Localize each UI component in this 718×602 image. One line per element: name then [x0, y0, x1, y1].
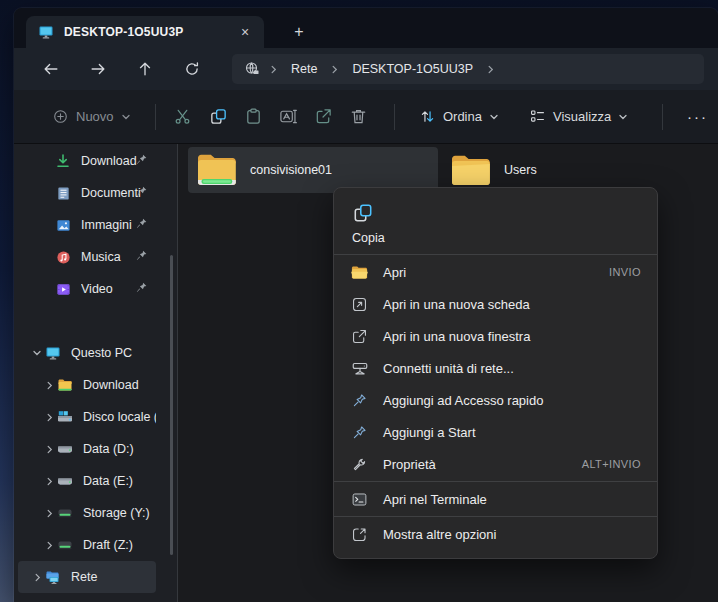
sidebar-item-data-e[interactable]: Data (E:): [18, 465, 156, 497]
paste-button[interactable]: [240, 100, 267, 134]
file-name: Users: [504, 163, 537, 177]
pin-icon: [350, 423, 369, 442]
toolbar-divider: [155, 104, 156, 130]
new-window-icon: [350, 327, 369, 346]
menu-item-label: Mostra altre opzioni: [383, 527, 627, 542]
context-quick-actions: Copia: [334, 188, 657, 253]
view-dropdown[interactable]: Visualizza: [519, 102, 638, 131]
terminal-icon: [350, 490, 369, 509]
chevron-right-icon[interactable]: [42, 413, 56, 422]
breadcrumb-desktop[interactable]: DESKTOP-1O5UU3P: [348, 60, 477, 78]
more-options-button[interactable]: ···: [677, 104, 718, 129]
sidebar-item-label: Draft (Z:): [83, 538, 156, 552]
shared-folder-icon: [196, 152, 238, 188]
cut-button[interactable]: [169, 100, 196, 134]
menu-item-label: Apri in una nuova scheda: [383, 297, 627, 312]
forward-button[interactable]: [81, 54, 115, 84]
back-button[interactable]: [34, 54, 68, 84]
sidebar-item-label: Download: [83, 378, 156, 392]
toolbar-divider: [662, 104, 663, 130]
new-tab-icon: [350, 295, 369, 314]
sort-label: Ordina: [443, 109, 482, 124]
chevron-right-icon[interactable]: [30, 573, 44, 582]
sidebar-item-documenti[interactable]: Documenti: [18, 177, 156, 209]
menu-item-proprieta[interactable]: Proprietà ALT+INVIO: [334, 448, 657, 480]
sidebar-item-rete[interactable]: Rete: [18, 561, 156, 593]
document-icon: [54, 184, 72, 202]
menu-item-shortcut: INVIO: [609, 266, 641, 278]
address-bar[interactable]: Rete DESKTOP-1O5UU3P: [232, 54, 704, 84]
menu-item-label: Apri in una nuova finestra: [383, 329, 627, 344]
copy-quick-action[interactable]: [352, 200, 378, 226]
chevron-right-icon[interactable]: [42, 541, 56, 550]
network-location-icon: [244, 61, 260, 77]
menu-item-aggiungi-accesso-rapido[interactable]: Aggiungi ad Accesso rapido: [334, 384, 657, 416]
sidebar-item-download-tree[interactable]: Download: [18, 369, 156, 401]
delete-button[interactable]: [345, 100, 372, 134]
breadcrumb-chevron-icon: [269, 65, 278, 74]
menu-item-shortcut: ALT+INVIO: [582, 458, 641, 470]
chevron-right-icon[interactable]: [42, 381, 56, 390]
menu-item-label: Proprietà: [383, 457, 568, 472]
menu-item-label: Aggiungi ad Accesso rapido: [383, 393, 627, 408]
menu-item-label: Connetti unità di rete...: [383, 361, 627, 376]
folder-icon: [56, 376, 74, 394]
map-network-drive-icon: [350, 359, 369, 378]
picture-icon: [54, 216, 72, 234]
copy-button[interactable]: [204, 100, 231, 134]
title-bar: DESKTOP-1O5UU3P × +: [14, 8, 718, 48]
menu-item-label: Apri: [383, 265, 595, 280]
music-icon: [54, 248, 72, 266]
chevron-right-icon[interactable]: [42, 445, 56, 454]
refresh-button[interactable]: [175, 54, 209, 84]
sidebar-item-data-d[interactable]: Data (D:): [18, 433, 156, 465]
sidebar-item-disco-locale[interactable]: Disco locale (C: [18, 401, 156, 433]
menu-separator: [334, 254, 657, 255]
open-folder-icon: [350, 263, 369, 282]
chevron-down-icon[interactable]: [30, 348, 44, 358]
breadcrumb-rete[interactable]: Rete: [287, 60, 321, 78]
pin-icon: [350, 391, 369, 410]
pin-icon: [135, 249, 150, 264]
menu-item-connetti-unita-rete[interactable]: Connetti unità di rete...: [334, 352, 657, 384]
sidebar-item-questo-pc[interactable]: Questo PC: [18, 337, 156, 369]
sidebar-scrollbar[interactable]: [170, 255, 173, 555]
sidebar-item-download-pinned[interactable]: Download: [18, 145, 156, 177]
tab-title: DESKTOP-1O5UU3P: [64, 25, 234, 39]
computer-icon: [38, 24, 54, 40]
sidebar-item-storage-y[interactable]: Storage (Y:): [18, 497, 156, 529]
menu-separator: [334, 516, 657, 517]
sidebar-item-immagini[interactable]: Immagini: [18, 209, 156, 241]
sidebar-item-video[interactable]: Video: [18, 273, 156, 305]
up-button[interactable]: [128, 54, 162, 84]
chevron-right-icon[interactable]: [42, 477, 56, 486]
rename-button[interactable]: [275, 100, 302, 134]
menu-separator: [334, 481, 657, 482]
menu-item-mostra-altre-opzioni[interactable]: Mostra altre opzioni: [334, 518, 657, 550]
network-icon: [44, 568, 62, 586]
explorer-tab[interactable]: DESKTOP-1O5UU3P ×: [26, 16, 264, 48]
sidebar-item-draft-z[interactable]: Draft (Z:): [18, 529, 156, 561]
sort-dropdown[interactable]: Ordina: [409, 102, 509, 131]
sidebar-item-label: Data (E:): [83, 474, 156, 488]
folder-icon: [450, 152, 492, 188]
menu-item-apri-nuova-finestra[interactable]: Apri in una nuova finestra: [334, 320, 657, 352]
file-name: consivisione01: [250, 163, 332, 177]
context-menu: Copia Apri INVIO Apri in una nuova sched…: [333, 187, 658, 559]
tab-close-button[interactable]: ×: [234, 21, 256, 43]
new-button[interactable]: Nuovo: [42, 102, 141, 131]
new-tab-button[interactable]: +: [286, 20, 312, 44]
menu-item-apri-terminale[interactable]: Apri nel Terminale: [334, 483, 657, 515]
toolbar-divider: [394, 104, 395, 130]
command-toolbar: Nuovo Or: [14, 90, 718, 144]
menu-item-apri[interactable]: Apri INVIO: [334, 256, 657, 288]
sidebar-item-musica[interactable]: Musica: [18, 241, 156, 273]
sidebar-item-label: Data (D:): [83, 442, 156, 456]
breadcrumb-chevron-icon: [486, 65, 495, 74]
chevron-right-icon[interactable]: [42, 509, 56, 518]
menu-item-apri-nuova-scheda[interactable]: Apri in una nuova scheda: [334, 288, 657, 320]
menu-item-aggiungi-start[interactable]: Aggiungi a Start: [334, 416, 657, 448]
copy-quick-action-label: Copia: [352, 231, 657, 245]
share-button[interactable]: [310, 100, 337, 134]
properties-wrench-icon: [350, 455, 369, 474]
